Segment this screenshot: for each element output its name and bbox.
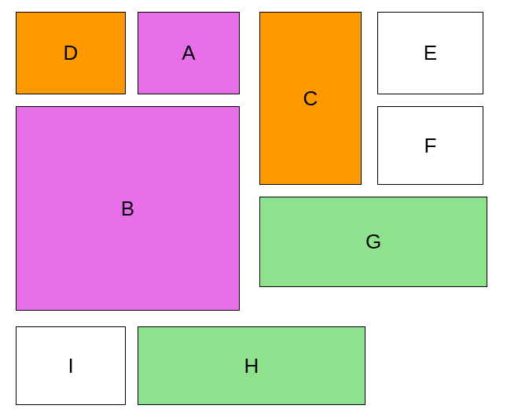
block-e: E: [377, 12, 483, 94]
block-i: I: [16, 326, 126, 405]
block-d: D: [16, 12, 126, 94]
block-g: G: [259, 197, 487, 287]
block-f-label: F: [424, 134, 437, 158]
block-b-label: B: [121, 197, 134, 221]
block-h-label: H: [244, 354, 259, 378]
block-h: H: [138, 326, 366, 405]
block-a-label: A: [182, 41, 195, 65]
block-b: B: [16, 106, 240, 311]
block-e-label: E: [424, 41, 437, 65]
block-a: A: [138, 12, 240, 94]
block-i-label: I: [68, 354, 73, 378]
block-c-label: C: [303, 87, 318, 111]
block-g-label: G: [366, 230, 381, 254]
block-f: F: [377, 106, 483, 185]
block-d-label: D: [64, 41, 79, 65]
block-c: C: [259, 12, 362, 185]
